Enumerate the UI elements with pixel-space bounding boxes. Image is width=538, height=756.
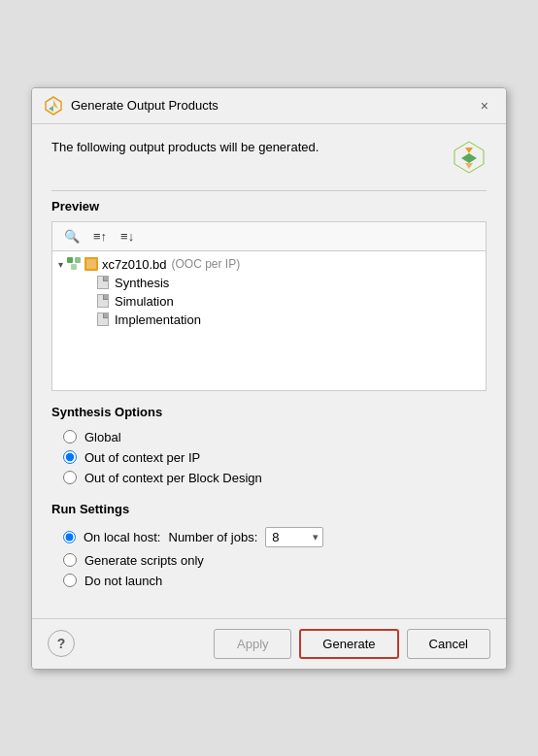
dialog-title: Generate Output Products — [71, 98, 219, 113]
jobs-select-wrapper: 1 2 4 8 16 — [265, 527, 323, 547]
svg-rect-9 — [75, 257, 81, 263]
search-toolbar-button[interactable]: 🔍 — [58, 226, 85, 247]
generate-output-dialog: Generate Output Products × The following… — [31, 87, 507, 670]
option-ooc-ip-label: Out of context per IP — [84, 450, 200, 465]
radio-nolaunch[interactable] — [63, 574, 77, 587]
root-item-label: xc7z010.bd — [102, 257, 167, 272]
generate-button[interactable]: Generate — [299, 629, 398, 659]
run-settings-section: Run Settings On local host: Number of jo… — [51, 502, 487, 591]
svg-marker-7 — [465, 163, 473, 169]
jobs-inline: Number of jobs: 1 2 4 8 16 — [169, 527, 488, 547]
cancel-button[interactable]: Cancel — [407, 629, 490, 659]
dialog-body: The following output products will be ge… — [32, 124, 506, 618]
simulation-label: Simulation — [115, 294, 174, 309]
synthesis-label: Synthesis — [115, 276, 169, 290]
implementation-label: Implementation — [115, 312, 201, 327]
preview-title: Preview — [51, 199, 487, 214]
title-bar: Generate Output Products × — [32, 88, 506, 124]
no-launch-label: Do not launch — [84, 574, 162, 588]
option-scripts-only[interactable]: Generate scripts only — [51, 550, 487, 571]
run-settings-title: Run Settings — [51, 502, 487, 516]
close-button[interactable]: × — [475, 96, 494, 115]
collapse-all-icon: ≡↑ — [93, 229, 107, 244]
description-text: The following output products will be ge… — [51, 140, 319, 154]
radio-scripts[interactable] — [63, 553, 77, 567]
design-block-icon — [84, 257, 98, 271]
svg-rect-10 — [71, 264, 77, 270]
synthesis-options-title: Synthesis Options — [51, 405, 487, 419]
radio-local[interactable] — [63, 531, 76, 543]
collapse-toolbar-button[interactable]: ≡↑ — [87, 226, 113, 247]
search-icon: 🔍 — [64, 229, 80, 244]
root-item-suffix: (OOC per IP) — [172, 257, 241, 271]
option-ooc-bd-label: Out of context per Block Design — [84, 471, 262, 485]
option-no-launch[interactable]: Do not launch — [51, 571, 487, 591]
help-button[interactable]: ? — [48, 630, 75, 657]
implementation-doc-icon — [97, 312, 109, 326]
expand-all-icon: ≡↓ — [120, 229, 134, 244]
synthesis-options-section: Synthesis Options Global Out of context … — [51, 405, 487, 488]
preview-toolbar: 🔍 ≡↑ ≡↓ — [51, 221, 487, 250]
svg-marker-1 — [53, 100, 58, 109]
svg-marker-6 — [461, 153, 477, 163]
description-row: The following output products will be ge… — [51, 140, 487, 175]
tree-implementation-item: Implementation — [52, 311, 486, 329]
expand-toolbar-button[interactable]: ≡↓ — [115, 226, 140, 247]
tree-synthesis-item: Synthesis — [52, 274, 486, 292]
chevron-down-icon: ▾ — [58, 259, 63, 270]
option-global[interactable]: Global — [51, 427, 487, 447]
action-buttons: Apply Generate Cancel — [214, 629, 490, 659]
jobs-select[interactable]: 1 2 4 8 16 — [265, 527, 323, 547]
button-row: ? Apply Generate Cancel — [32, 618, 506, 669]
radio-ooc-bd[interactable] — [63, 471, 77, 484]
apply-button[interactable]: Apply — [214, 629, 291, 659]
scripts-only-label: Generate scripts only — [84, 553, 204, 568]
preview-tree[interactable]: ▾ xc7z010.bd (OOC per IP) — [51, 250, 487, 391]
option-ooc-ip[interactable]: Out of context per IP — [51, 447, 487, 468]
top-divider — [51, 190, 487, 191]
svg-rect-8 — [67, 257, 73, 263]
run-row-local: On local host: Number of jobs: 1 2 4 8 1… — [51, 524, 487, 550]
synthesis-doc-icon — [97, 276, 109, 289]
brand-logo-icon — [452, 140, 487, 175]
option-global-label: Global — [84, 430, 121, 444]
preview-section: Preview 🔍 ≡↑ ≡↓ ▾ — [51, 199, 487, 391]
title-bar-left: Generate Output Products — [44, 96, 219, 115]
local-host-label: On local host: — [84, 530, 161, 544]
tree-root-item: ▾ xc7z010.bd (OOC per IP) — [52, 255, 486, 274]
jobs-label: Number of jobs: — [169, 530, 258, 544]
option-ooc-bd[interactable]: Out of context per Block Design — [51, 468, 487, 488]
radio-global[interactable] — [63, 430, 77, 444]
cluster-icon — [67, 257, 81, 271]
vivado-logo-icon — [44, 96, 63, 115]
svg-marker-5 — [465, 148, 473, 153]
svg-marker-2 — [49, 106, 53, 112]
simulation-doc-icon — [97, 294, 109, 308]
radio-ooc-ip[interactable] — [63, 450, 77, 464]
tree-simulation-item: Simulation — [52, 292, 486, 311]
